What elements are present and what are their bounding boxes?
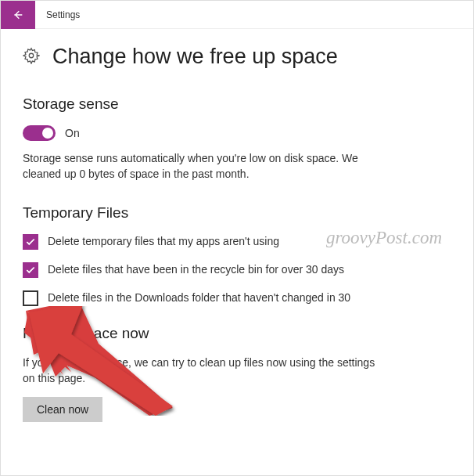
content: Change how we free up space Storage sens… <box>1 29 473 456</box>
check-row-downloads: Delete files in the Downloads folder tha… <box>23 290 422 306</box>
temporary-files-heading: Temporary Files <box>23 204 451 222</box>
checkbox-recycle-bin[interactable] <box>23 262 38 278</box>
page-header: Change how we free up space <box>23 45 451 69</box>
storage-sense-description: Storage sense runs automatically when yo… <box>23 150 382 182</box>
gear-icon <box>23 47 40 67</box>
check-label: Delete files in the Downloads folder tha… <box>48 290 350 306</box>
check-label: Delete files that have been in the recyc… <box>48 262 344 278</box>
checkbox-downloads[interactable] <box>23 290 38 306</box>
checkbox-delete-temp[interactable] <box>23 234 38 250</box>
storage-sense-section: Storage sense On Storage sense runs auto… <box>23 96 451 182</box>
back-button[interactable] <box>1 1 35 29</box>
check-icon <box>25 265 36 276</box>
free-up-heading: Free up space now <box>23 325 451 342</box>
page-title: Change how we free up space <box>52 45 338 69</box>
temporary-files-section: Temporary Files Delete temporary files t… <box>23 204 451 306</box>
check-row-delete-temp: Delete temporary files that my apps aren… <box>23 234 422 250</box>
free-up-section: Free up space now If you're low on space… <box>23 325 451 423</box>
check-row-recycle-bin: Delete files that have been in the recyc… <box>23 262 422 278</box>
storage-sense-toggle-row: On <box>23 125 451 141</box>
check-label: Delete temporary files that my apps aren… <box>48 234 279 250</box>
storage-sense-heading: Storage sense <box>23 96 451 113</box>
svg-point-0 <box>29 53 34 58</box>
titlebar: Settings <box>1 1 473 29</box>
titlebar-label: Settings <box>46 9 80 20</box>
check-icon <box>25 236 36 247</box>
storage-sense-toggle[interactable] <box>23 125 56 141</box>
storage-sense-toggle-label: On <box>65 127 80 139</box>
clean-now-button[interactable]: Clean now <box>23 397 102 422</box>
arrow-left-icon <box>12 9 24 21</box>
free-up-description: If you're low on space, we can try to cl… <box>23 355 382 387</box>
